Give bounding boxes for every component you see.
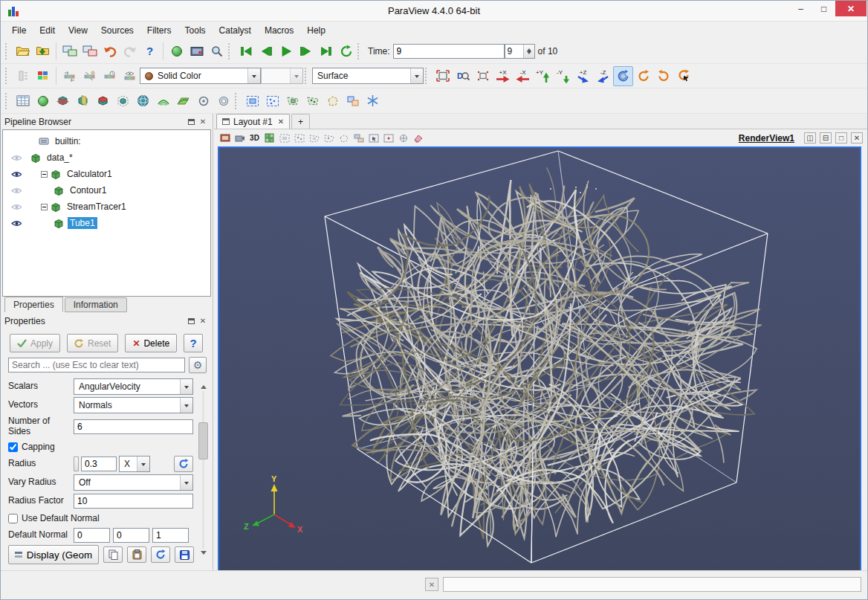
- pipeline-item-builtin[interactable]: builtin:: [3, 133, 210, 149]
- radius-component-combo[interactable]: X: [119, 456, 150, 472]
- clear-selection-button[interactable]: [412, 132, 424, 144]
- set-view-minus-y-button[interactable]: -Y: [553, 66, 573, 86]
- last-frame-button[interactable]: [316, 41, 336, 61]
- undo-button[interactable]: [100, 41, 120, 61]
- close-panel-button[interactable]: ✕: [197, 116, 209, 127]
- menu-sources[interactable]: Sources: [94, 24, 140, 37]
- menu-filters[interactable]: Filters: [140, 24, 178, 37]
- redo-button[interactable]: [120, 41, 140, 61]
- capture-screenshot-button[interactable]: [187, 41, 207, 61]
- visibility-toggle[interactable]: [11, 219, 22, 228]
- save-defaults-button[interactable]: [175, 546, 194, 563]
- set-view-minus-z-button[interactable]: -Z: [593, 66, 613, 86]
- component-combo[interactable]: [261, 68, 303, 84]
- collapse-expander-icon[interactable]: [41, 171, 48, 178]
- disconnect-server-button[interactable]: [80, 41, 100, 61]
- spreadsheet-view-button[interactable]: [13, 91, 33, 111]
- titlebar[interactable]: ParaView 4.4.0 64-bit – □ ✕: [1, 1, 867, 22]
- visibility-toggle[interactable]: [11, 187, 22, 195]
- select-points-through-button[interactable]: [302, 91, 323, 111]
- vary-radius-combo[interactable]: Off: [74, 474, 193, 491]
- contour-filter-button[interactable]: [153, 91, 173, 111]
- add-layout-tab-button[interactable]: +: [291, 114, 310, 129]
- scrollbar-thumb[interactable]: [198, 422, 208, 459]
- layout-tab-close-icon[interactable]: ✕: [276, 117, 284, 126]
- default-normal-y-input[interactable]: [113, 528, 149, 543]
- loop-button[interactable]: [336, 41, 356, 61]
- close-panel-button[interactable]: ✕: [197, 315, 209, 326]
- first-frame-button[interactable]: [236, 41, 256, 61]
- visibility-toggle[interactable]: [11, 203, 22, 211]
- rescale-data-range-button[interactable]: [59, 66, 80, 86]
- select-cells-on-button[interactable]: [242, 91, 262, 111]
- split-horizontal-button[interactable]: ◫: [804, 132, 816, 143]
- interactive-select-points-button[interactable]: [382, 132, 395, 144]
- search-input[interactable]: [8, 358, 185, 372]
- probe-location-button[interactable]: [193, 91, 213, 111]
- view-title[interactable]: RenderView1: [739, 133, 794, 143]
- menu-catalyst[interactable]: Catalyst: [213, 24, 258, 37]
- set-view-plus-y-button[interactable]: +Y: [533, 66, 553, 86]
- help-button[interactable]: ?: [140, 41, 160, 61]
- tab-information[interactable]: Information: [65, 297, 127, 312]
- extract-subset-button[interactable]: [113, 91, 133, 111]
- properties-help-button[interactable]: ?: [184, 334, 203, 352]
- menu-file[interactable]: File: [5, 24, 33, 37]
- select-surface-points-button[interactable]: [293, 132, 305, 144]
- abort-progress-button[interactable]: ✕: [425, 578, 438, 591]
- interactive-select-cells-button[interactable]: [367, 132, 380, 144]
- vectors-combo[interactable]: Normals: [74, 397, 193, 413]
- rescale-custom-range-button[interactable]: [80, 66, 100, 86]
- visibility-toggle[interactable]: [11, 170, 22, 178]
- select-block-button[interactable]: [343, 91, 363, 111]
- frame-spinbox[interactable]: 9: [505, 44, 535, 59]
- set-view-plus-z-button[interactable]: +Z: [573, 66, 593, 86]
- threshold-filter-button[interactable]: [93, 91, 113, 111]
- rotate-interactive-button[interactable]: [673, 66, 693, 86]
- render-viewport[interactable]: Y X Z: [218, 146, 861, 572]
- plot-over-line-button[interactable]: [213, 91, 233, 111]
- reset-camera-button[interactable]: [433, 66, 453, 86]
- interaction-mode-label[interactable]: 3D: [248, 132, 261, 144]
- edit-colormap-button[interactable]: [33, 66, 53, 86]
- collapse-expander-icon[interactable]: [41, 204, 48, 210]
- apply-button[interactable]: Apply: [10, 334, 60, 352]
- default-normal-x-input[interactable]: [74, 528, 110, 543]
- capping-checkbox[interactable]: [8, 442, 18, 452]
- use-default-normal-checkbox[interactable]: [8, 514, 18, 523]
- reset-to-data-button[interactable]: [174, 456, 193, 472]
- time-value-field[interactable]: [393, 44, 505, 59]
- zoom-inspect-button[interactable]: [207, 41, 227, 61]
- interactive-select-button[interactable]: [363, 91, 383, 111]
- pipeline-item-streamtracer1[interactable]: StreamTracer1: [3, 199, 210, 215]
- warp-filter-button[interactable]: [173, 91, 193, 111]
- minimize-button[interactable]: –: [789, 1, 812, 16]
- toggle-color-legend-button[interactable]: [13, 66, 33, 86]
- reset-camera-closest-button[interactable]: [473, 66, 493, 86]
- hover-points-button[interactable]: [397, 132, 409, 144]
- close-view-button[interactable]: ✕: [851, 132, 863, 143]
- tab-properties[interactable]: Properties: [4, 297, 63, 312]
- select-polygon-cells-button[interactable]: [337, 132, 350, 144]
- maximize-view-button[interactable]: □: [835, 132, 847, 143]
- rescale-temporal-button[interactable]: [100, 66, 120, 86]
- default-normal-z-input[interactable]: [152, 528, 189, 543]
- save-data-button[interactable]: [33, 41, 53, 61]
- clip-filter-button[interactable]: [53, 91, 73, 111]
- color-by-combo[interactable]: Solid Color: [140, 68, 261, 84]
- slice-filter-button[interactable]: [73, 91, 93, 111]
- pipeline-item-data[interactable]: data_*: [3, 149, 210, 166]
- previous-frame-button[interactable]: [256, 41, 276, 61]
- rescale-visible-button[interactable]: [120, 66, 140, 86]
- select-polygon-button[interactable]: [323, 91, 343, 111]
- delete-button[interactable]: ✕ Delete: [125, 334, 177, 352]
- menu-edit[interactable]: Edit: [33, 24, 62, 37]
- next-frame-button[interactable]: [296, 41, 316, 61]
- menu-help[interactable]: Help: [300, 24, 332, 37]
- close-button[interactable]: ✕: [835, 1, 867, 16]
- rotate-90-ccw-button[interactable]: [653, 66, 673, 86]
- select-cells-through-button[interactable]: [282, 91, 302, 111]
- radius-input[interactable]: [81, 457, 117, 471]
- float-panel-button[interactable]: [185, 315, 197, 326]
- frame-spin-arrows[interactable]: [523, 45, 534, 58]
